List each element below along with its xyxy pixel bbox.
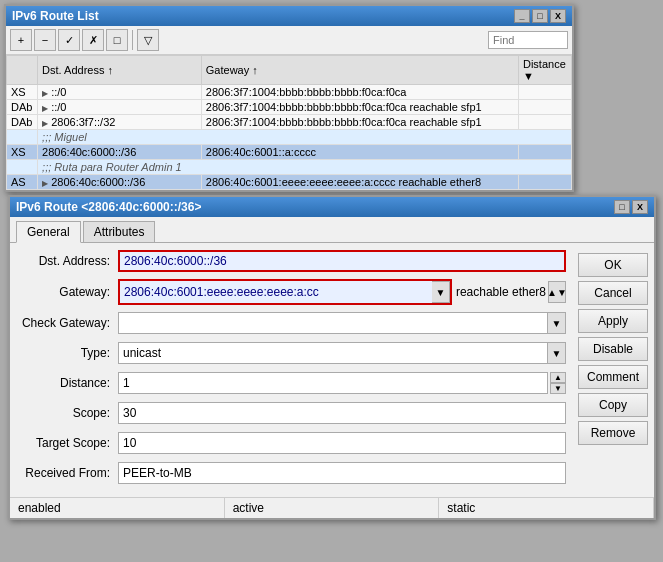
close-btn[interactable]: X [550, 9, 566, 23]
status-bar: enabled active static [10, 497, 654, 518]
table-row[interactable]: DAb ▶ 2806:3f7::/32 2806:3f7:1004:bbbb:b… [7, 115, 572, 130]
row-group-label: ;;; Ruta para Router Admin 1 [38, 160, 572, 175]
row-dst: ▶ ::/0 [38, 85, 202, 100]
gateway-field-group: ▼ [118, 279, 452, 305]
type-label: Type: [18, 346, 118, 360]
row-dist [518, 115, 571, 130]
detail-close-btn[interactable]: X [632, 200, 648, 214]
ok-button[interactable]: OK [578, 253, 648, 277]
row-dst: ▶ 2806:40c:6000::/36 [38, 175, 202, 190]
status-static: static [439, 498, 654, 518]
table-row[interactable]: AS ▶ 2806:40c:6000::/36 2806:40c:6001:ee… [7, 175, 572, 190]
check-btn[interactable]: ✓ [58, 29, 80, 51]
remove-button[interactable]: Remove [578, 421, 648, 445]
distance-label: Distance: [18, 376, 118, 390]
route-detail-window: IPv6 Route <2806:40c:6000::/36> □ X Gene… [8, 195, 656, 520]
gateway-label: Gateway: [18, 285, 118, 299]
gateway-row: Gateway: ▼ reachable ether8 ▲▼ [18, 279, 566, 305]
check-gateway-input[interactable] [118, 312, 548, 334]
received-from-input[interactable] [118, 462, 566, 484]
col-header-dist[interactable]: Distance ▼ [518, 56, 571, 85]
distance-up-btn[interactable]: ▲ [550, 372, 566, 383]
type-input[interactable] [118, 342, 548, 364]
row-dist [518, 100, 571, 115]
row-dst: ▶ ::/0 [38, 100, 202, 115]
received-from-row: Received From: [18, 461, 566, 485]
gateway-dropdown-btn[interactable]: ▼ [432, 281, 450, 303]
row-dist [518, 145, 571, 160]
route-list-title: IPv6 Route List [12, 9, 99, 23]
tab-general[interactable]: General [16, 221, 81, 243]
route-detail-title: IPv6 Route <2806:40c:6000::/36> [16, 200, 201, 214]
row-flag [7, 160, 38, 175]
remove-btn[interactable]: − [34, 29, 56, 51]
row-flag: XS [7, 145, 38, 160]
row-dist [518, 175, 571, 190]
dst-address-row: Dst. Address: [18, 249, 566, 273]
check-gateway-dropdown-btn[interactable]: ▼ [548, 312, 566, 334]
row-gw: 2806:3f7:1004:bbbb:bbbb:bbbb:f0ca:f0ca [201, 85, 518, 100]
distance-field-group: ▲ ▼ [118, 372, 566, 394]
cancel-button[interactable]: Cancel [578, 281, 648, 305]
uncheck-btn[interactable]: ✗ [82, 29, 104, 51]
disable-button[interactable]: Disable [578, 337, 648, 361]
col-header-gw[interactable]: Gateway ↑ [201, 56, 518, 85]
form-area: Dst. Address: Gateway: ▼ reachable ether… [10, 243, 654, 497]
table-header: Dst. Address ↑ Gateway ↑ Distance ▼ [7, 56, 572, 85]
row-flag [7, 130, 38, 145]
detail-titlebar-controls: □ X [614, 200, 648, 214]
row-flag: DAb [7, 100, 38, 115]
copy-button[interactable]: Copy [578, 393, 648, 417]
apply-button[interactable]: Apply [578, 309, 648, 333]
row-dist [518, 85, 571, 100]
add-btn[interactable]: + [10, 29, 32, 51]
table-row[interactable]: XS 2806:40c:6000::/36 2806:40c:6001::a:c… [7, 145, 572, 160]
table-row-group: ;;; Ruta para Router Admin 1 [7, 160, 572, 175]
target-scope-input[interactable] [118, 432, 566, 454]
maximize-btn[interactable]: □ [532, 9, 548, 23]
row-gw: 2806:3f7:1004:bbbb:bbbb:bbbb:f0ca:f0ca r… [201, 100, 518, 115]
route-list-window: IPv6 Route List _ □ X + − ✓ ✗ □ ▽ Dst. A… [4, 4, 574, 192]
row-group-label: ;;; Miguel [38, 130, 572, 145]
detail-maximize-btn[interactable]: □ [614, 200, 630, 214]
distance-input[interactable] [118, 372, 548, 394]
tab-bar: General Attributes [10, 217, 654, 243]
gateway-scroll-btn[interactable]: ▲▼ [548, 281, 566, 303]
col-header-flag [7, 56, 38, 85]
distance-down-btn[interactable]: ▼ [550, 383, 566, 394]
table-row[interactable]: XS ▶ ::/0 2806:3f7:1004:bbbb:bbbb:bbbb:f… [7, 85, 572, 100]
row-dst: 2806:40c:6000::/36 [38, 145, 202, 160]
type-field-group: ▼ [118, 342, 566, 364]
target-scope-row: Target Scope: [18, 431, 566, 455]
table-row-group: ;;; Miguel [7, 130, 572, 145]
col-header-dst[interactable]: Dst. Address ↑ [38, 56, 202, 85]
tab-attributes[interactable]: Attributes [83, 221, 156, 242]
find-input[interactable] [488, 31, 568, 49]
route-list-titlebar: IPv6 Route List _ □ X [6, 6, 572, 26]
filter-btn[interactable]: ▽ [137, 29, 159, 51]
scope-label: Scope: [18, 406, 118, 420]
type-row: Type: ▼ [18, 341, 566, 365]
toolbar-separator [132, 30, 133, 50]
comment-button[interactable]: Comment [578, 365, 648, 389]
route-table: Dst. Address ↑ Gateway ↑ Distance ▼ XS ▶… [6, 55, 572, 190]
scope-input[interactable] [118, 402, 566, 424]
table-row[interactable]: DAb ▶ ::/0 2806:3f7:1004:bbbb:bbbb:bbbb:… [7, 100, 572, 115]
row-gw: 2806:3f7:1004:bbbb:bbbb:bbbb:f0ca:f0ca r… [201, 115, 518, 130]
row-gw: 2806:40c:6001:eeee:eeee:eeee:a:cccc reac… [201, 175, 518, 190]
route-list-toolbar: + − ✓ ✗ □ ▽ [6, 26, 572, 55]
titlebar-controls: _ □ X [514, 9, 566, 23]
copy-btn[interactable]: □ [106, 29, 128, 51]
gateway-input[interactable] [120, 281, 432, 303]
scope-row: Scope: [18, 401, 566, 425]
check-gateway-label: Check Gateway: [18, 316, 118, 330]
row-dst: ▶ 2806:3f7::/32 [38, 115, 202, 130]
target-scope-label: Target Scope: [18, 436, 118, 450]
row-flag: AS [7, 175, 38, 190]
dst-address-label: Dst. Address: [18, 254, 118, 268]
dst-address-input[interactable] [118, 250, 566, 272]
minimize-btn[interactable]: _ [514, 9, 530, 23]
route-detail-titlebar: IPv6 Route <2806:40c:6000::/36> □ X [10, 197, 654, 217]
gateway-extra: reachable ether8 [456, 285, 546, 299]
type-dropdown-btn[interactable]: ▼ [548, 342, 566, 364]
